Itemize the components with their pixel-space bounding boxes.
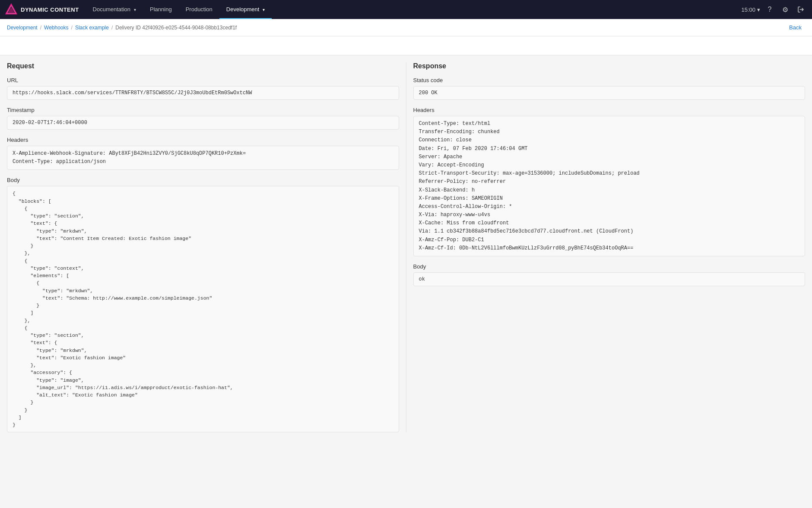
nav-documentation[interactable]: Documentation	[86, 0, 143, 19]
breadcrumb-slack-example[interactable]: Slack example	[75, 25, 109, 31]
breadcrumb-webhooks[interactable]: Webhooks	[44, 25, 68, 31]
nav-development[interactable]: Development	[219, 0, 272, 19]
app-name: DYNAMIC CONTENT	[21, 6, 79, 13]
nav-time: 15:00 ▾	[741, 6, 760, 13]
status-code-value: 200 OK	[413, 86, 806, 100]
response-title: Response	[413, 62, 806, 70]
breadcrumb-sep-1: /	[40, 25, 41, 31]
settings-icon[interactable]: ⚙	[779, 3, 791, 16]
timestamp-value: 2020-02-07T17:46:04+0000	[7, 116, 399, 130]
nav-planning[interactable]: Planning	[143, 0, 179, 19]
breadcrumb-bar: Development / Webhooks / Slack example /…	[0, 19, 812, 36]
nav-production[interactable]: Production	[179, 0, 219, 19]
request-panel: Request URL https://hooks.slack.com/serv…	[7, 62, 399, 432]
request-headers-label: Headers	[7, 137, 399, 143]
response-panel: Response Status code 200 OK Headers Cont…	[413, 62, 806, 432]
url-label: URL	[7, 77, 399, 83]
time-chevron-icon[interactable]: ▾	[757, 6, 760, 13]
breadcrumb-sep-3: /	[111, 25, 113, 31]
help-icon[interactable]: ?	[764, 3, 776, 16]
navbar: DYNAMIC CONTENT Documentation Planning P…	[0, 0, 812, 19]
breadcrumb: Development / Webhooks / Slack example /…	[7, 25, 237, 31]
response-headers-value: Content-Type: text/html Transfer-Encodin…	[413, 116, 806, 256]
main-content: Request URL https://hooks.slack.com/serv…	[0, 55, 812, 439]
app-logo: DYNAMIC CONTENT	[5, 3, 86, 16]
request-headers-value: X-Amplience-Webhook-Signature: AByt8XFjB…	[7, 146, 399, 170]
nav-right: 15:00 ▾ ? ⚙	[741, 3, 807, 16]
documentation-chevron-icon	[133, 6, 136, 13]
response-headers-label: Headers	[413, 107, 806, 113]
breadcrumb-sep-2: /	[71, 25, 73, 31]
status-code-label: Status code	[413, 77, 806, 83]
breadcrumb-development[interactable]: Development	[7, 25, 38, 31]
response-body-value: ok	[413, 272, 806, 286]
subheader	[0, 36, 812, 55]
logo-icon	[5, 3, 17, 16]
breadcrumb-delivery-id: Delivery ID 42f40926-e025-4544-9048-08bb…	[115, 25, 237, 31]
request-body-label: Body	[7, 177, 399, 183]
response-body-label: Body	[413, 263, 806, 270]
request-body-value: { "blocks": [ { "type": "section", "text…	[7, 186, 399, 432]
timestamp-label: Timestamp	[7, 107, 399, 113]
url-value: https://hooks.slack.com/services/TTRNFR8…	[7, 86, 399, 100]
panel-divider	[406, 62, 406, 432]
request-title: Request	[7, 62, 399, 70]
development-chevron-icon	[262, 6, 265, 13]
logout-icon[interactable]	[795, 3, 807, 16]
back-button[interactable]: Back	[786, 22, 805, 32]
nav-items: Documentation Planning Production Develo…	[86, 0, 742, 19]
